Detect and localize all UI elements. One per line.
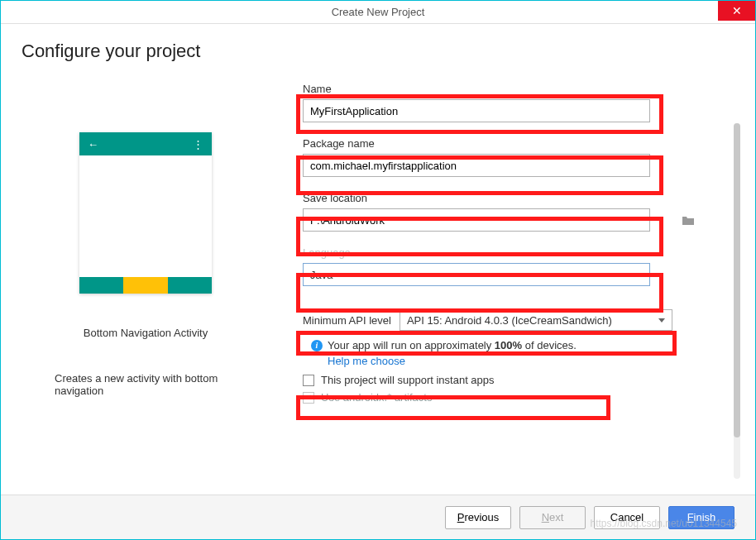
instant-apps-label: This project will support instant apps xyxy=(321,374,495,386)
previous-button[interactable]: Previous xyxy=(445,506,511,529)
api-select[interactable]: API 15: Android 4.0.3 (IceCreamSandwich) xyxy=(400,309,672,331)
name-field-group: Name xyxy=(303,83,701,122)
device-info-row: i Your app will run on approximately 100… xyxy=(311,339,701,351)
preview-appbar: ← ⋮ xyxy=(79,132,212,155)
next-button: Next xyxy=(519,506,586,529)
preview-column: ← ⋮ Bottom Navigation Activity Creates a… xyxy=(22,83,270,463)
androidx-label: Use androidx.* artifacts xyxy=(321,391,432,404)
scrollbar[interactable] xyxy=(734,123,740,479)
savelocation-field-group: Save location xyxy=(303,192,701,232)
language-select[interactable]: Java xyxy=(303,263,650,286)
scrollbar-thumb[interactable] xyxy=(734,123,740,437)
content-area: Configure your project ← ⋮ Bottom Naviga… xyxy=(1,24,755,495)
help-me-choose-link[interactable]: Help me choose xyxy=(328,355,405,367)
form-column: Name Package name Save location Language… xyxy=(303,83,734,463)
nav-segment xyxy=(168,277,212,294)
api-field-group: Minimum API level API 15: Android 4.0.3 … xyxy=(303,309,701,331)
template-preview: ← ⋮ xyxy=(79,132,212,294)
overflow-icon: ⋮ xyxy=(193,138,203,151)
instant-apps-row: This project will support instant apps xyxy=(303,374,701,386)
titlebar: Create New Project ✕ xyxy=(1,1,755,24)
androidx-row: ✓ Use androidx.* artifacts xyxy=(303,391,701,404)
api-label: Minimum API level xyxy=(303,314,391,327)
preview-bottomnav xyxy=(79,277,212,294)
back-arrow-icon: ← xyxy=(88,138,98,151)
savelocation-input[interactable] xyxy=(303,208,650,232)
name-label: Name xyxy=(303,83,701,95)
dialog-window: Create New Project ✕ Configure your proj… xyxy=(0,0,756,540)
main-area: ← ⋮ Bottom Navigation Activity Creates a… xyxy=(22,83,734,463)
package-label: Package name xyxy=(303,137,701,150)
preview-body xyxy=(79,155,212,277)
template-description: Creates a new activity with bottom navig… xyxy=(55,372,237,397)
androidx-checkbox: ✓ xyxy=(303,392,314,404)
template-name: Bottom Navigation Activity xyxy=(84,327,208,339)
language-label: Language xyxy=(303,246,701,259)
close-icon: ✕ xyxy=(732,4,742,17)
package-input[interactable] xyxy=(303,154,650,177)
package-field-group: Package name xyxy=(303,137,701,177)
name-input[interactable] xyxy=(303,99,650,122)
chevron-down-icon xyxy=(658,318,665,323)
dialog-footer: Previous Next Cancel Finish xyxy=(1,495,755,539)
instant-apps-checkbox[interactable] xyxy=(303,375,314,386)
watermark: https://blog.csdn.net/u011344545 xyxy=(591,518,737,529)
device-info-text: Your app will run on approximately 100% … xyxy=(328,339,577,351)
nav-segment xyxy=(123,277,167,294)
folder-icon[interactable] xyxy=(682,215,695,226)
info-icon: i xyxy=(311,340,323,351)
api-value: API 15: Android 4.0.3 (IceCreamSandwich) xyxy=(407,314,612,327)
chevron-down-icon xyxy=(636,273,643,277)
close-button[interactable]: ✕ xyxy=(718,1,755,21)
nav-segment xyxy=(79,277,123,294)
language-field-group: Language Java xyxy=(303,246,701,286)
page-title: Configure your project xyxy=(22,41,734,62)
language-value: Java xyxy=(310,269,333,281)
savelocation-label: Save location xyxy=(303,192,701,204)
window-title: Create New Project xyxy=(332,6,425,18)
